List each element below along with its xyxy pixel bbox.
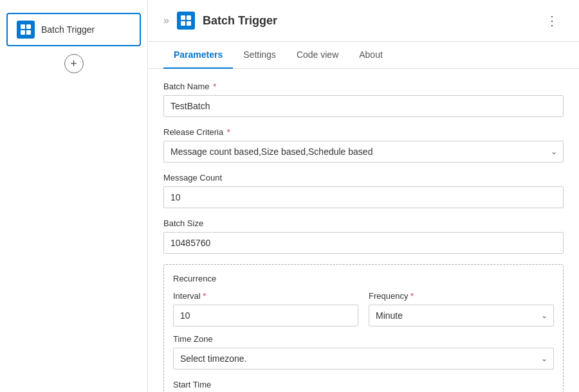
release-criteria-wrapper: Message count based,Size based,Schedule … — [163, 141, 564, 163]
recurrence-label: Recurrence — [173, 274, 554, 283]
message-count-label: Message Count — [163, 173, 564, 183]
recurrence-section: Recurrence Interval * Frequency * — [163, 264, 564, 392]
batch-name-input[interactable] — [163, 95, 564, 117]
expand-icon[interactable]: » — [163, 15, 169, 26]
panel-title: Batch Trigger — [203, 14, 533, 28]
tab-settings[interactable]: Settings — [233, 42, 286, 69]
message-count-input[interactable] — [163, 186, 564, 208]
form-content: Batch Name * Release Criteria * Message … — [148, 69, 579, 392]
interval-frequency-row: Interval * Frequency * Minute Hour — [173, 291, 554, 326]
frequency-select[interactable]: Minute Hour Day Week Month — [369, 305, 554, 326]
release-criteria-select[interactable]: Message count based,Size based,Schedule … — [163, 141, 564, 163]
start-time-group: Start Time — [173, 380, 554, 392]
svg-rect-3 — [26, 30, 31, 35]
frequency-required: * — [410, 291, 414, 301]
tab-parameters[interactable]: Parameters — [163, 42, 233, 69]
release-criteria-label: Release Criteria * — [163, 127, 564, 137]
tab-bar: Parameters Settings Code view About — [148, 42, 579, 69]
batch-size-input[interactable] — [163, 232, 564, 254]
timezone-group: Time Zone Select timezone. ⌄ — [173, 334, 554, 370]
timezone-wrapper: Select timezone. ⌄ — [173, 348, 554, 370]
batch-name-group: Batch Name * — [163, 82, 564, 117]
start-time-label: Start Time — [173, 380, 554, 389]
sidebar-item-label: Batch Trigger — [41, 24, 95, 35]
batch-trigger-icon — [17, 21, 35, 39]
svg-rect-6 — [181, 21, 185, 26]
svg-rect-4 — [181, 15, 185, 20]
tab-about[interactable]: About — [349, 42, 393, 69]
timezone-label: Time Zone — [173, 334, 554, 344]
sidebar-item-batch-trigger[interactable]: Batch Trigger — [6, 13, 141, 46]
interval-label: Interval * — [173, 291, 358, 301]
batch-size-group: Batch Size — [163, 218, 564, 254]
batch-name-required: * — [211, 82, 217, 91]
batch-size-label: Batch Size — [163, 218, 564, 228]
more-options-button[interactable]: ⋮ — [540, 10, 564, 31]
main-panel: » Batch Trigger ⋮ Parameters Settings Co… — [148, 0, 579, 392]
svg-rect-1 — [26, 24, 31, 29]
message-count-group: Message Count — [163, 173, 564, 208]
timezone-select[interactable]: Select timezone. — [173, 348, 554, 370]
plus-icon: + — [70, 58, 77, 69]
add-item-button[interactable]: + — [64, 54, 84, 73]
frequency-field: Frequency * Minute Hour Day Week Month ⌄ — [369, 291, 554, 326]
release-criteria-required: * — [225, 127, 230, 137]
batch-name-label: Batch Name * — [163, 82, 564, 91]
sidebar: Batch Trigger + — [0, 0, 148, 392]
svg-rect-2 — [21, 30, 25, 35]
svg-rect-7 — [187, 21, 191, 26]
panel-header: » Batch Trigger ⋮ — [148, 0, 579, 42]
frequency-label: Frequency * — [369, 291, 554, 301]
svg-rect-0 — [21, 24, 25, 29]
interval-required: * — [203, 291, 206, 301]
header-trigger-icon — [177, 12, 195, 30]
svg-rect-5 — [187, 15, 191, 20]
release-criteria-group: Release Criteria * Message count based,S… — [163, 127, 564, 163]
frequency-wrapper: Minute Hour Day Week Month ⌄ — [369, 305, 554, 326]
tab-code-view[interactable]: Code view — [286, 42, 349, 69]
interval-input[interactable] — [173, 305, 358, 326]
interval-field: Interval * — [173, 291, 358, 326]
